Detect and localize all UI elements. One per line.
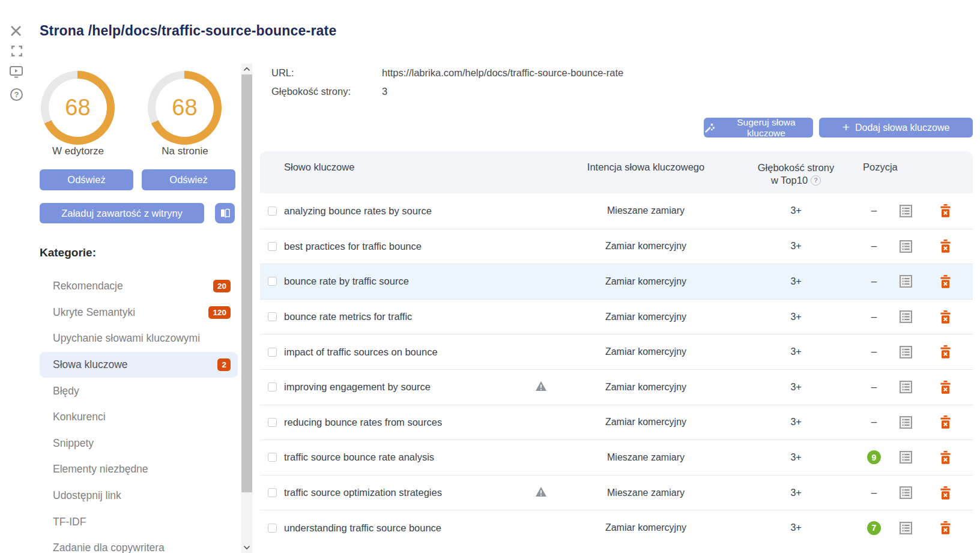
suggest-keywords-button[interactable]: Sugeruj słowa kluczowe	[704, 118, 813, 137]
keyword-intent: Zamiar komercyjny	[554, 522, 737, 533]
serp-details-icon[interactable]	[900, 486, 912, 499]
category-label: Elementy niezbędne	[53, 463, 232, 476]
delete-keyword-icon[interactable]	[940, 240, 951, 253]
position-rank-badge: 7	[867, 521, 881, 535]
help-icon[interactable]: ?	[10, 88, 23, 101]
category-badge: 120	[208, 306, 231, 319]
category-item[interactable]: Konkurenci	[40, 404, 238, 431]
panel-scrollbar[interactable]	[241, 64, 252, 553]
category-label: Udostępnij link	[53, 489, 232, 502]
column-header-position: Pozycja	[854, 151, 918, 173]
delete-keyword-icon[interactable]	[940, 381, 951, 394]
keyword-text: bounce rate metrics for traffic	[284, 311, 527, 322]
delete-keyword-icon[interactable]	[940, 204, 951, 217]
add-keywords-button[interactable]: + Dodaj słowa kluczowe	[819, 118, 973, 137]
score-value-onpage: 68	[148, 71, 222, 145]
category-item[interactable]: Elementy niezbędne	[40, 456, 238, 483]
scroll-down-arrow[interactable]	[241, 542, 252, 553]
serp-details-icon[interactable]	[900, 310, 912, 323]
row-checkbox[interactable]	[268, 312, 277, 321]
keyword-intent: Zamiar komercyjny	[554, 312, 737, 322]
keywords-table: Słowo kluczowe Intencja słowa kluczowego…	[260, 151, 973, 545]
keyword-intent: Zamiar komercyjny	[554, 276, 737, 287]
row-checkbox[interactable]	[268, 453, 277, 462]
row-checkbox[interactable]	[268, 382, 277, 391]
serp-details-icon[interactable]	[900, 275, 912, 288]
scroll-up-arrow[interactable]	[241, 64, 252, 74]
category-item[interactable]: Udostępnij link	[40, 483, 238, 509]
refresh-onpage-button[interactable]: Odśwież	[142, 169, 235, 190]
category-label: Rekomendacje	[53, 280, 213, 292]
serp-details-icon[interactable]	[900, 381, 912, 393]
row-checkbox[interactable]	[268, 418, 277, 427]
serp-details-icon[interactable]	[900, 240, 912, 253]
table-row: reducing bounce rates from sources Zamia…	[260, 405, 973, 440]
keyword-position: –	[854, 311, 894, 323]
category-item[interactable]: Rekomendacje 20	[40, 273, 238, 300]
keyword-position: 7	[854, 521, 894, 535]
keyword-intent: Zamiar komercyjny	[554, 241, 737, 252]
row-checkbox[interactable]	[268, 524, 277, 533]
category-item[interactable]: Upychanie słowami kluczowymi	[40, 325, 238, 352]
keyword-position: –	[854, 416, 894, 428]
category-label: Błędy	[53, 385, 232, 397]
depth-value: 3	[382, 86, 387, 97]
row-checkbox[interactable]	[268, 488, 277, 497]
category-item[interactable]: Ukryte Semantyki 120	[40, 300, 238, 326]
keyword-depth: 3+	[737, 488, 854, 498]
keyword-text: understanding traffic source bounce	[284, 522, 527, 534]
serp-details-icon[interactable]	[900, 416, 912, 429]
compare-content-button[interactable]	[215, 203, 235, 223]
delete-keyword-icon[interactable]	[940, 521, 951, 534]
serp-details-icon[interactable]	[900, 522, 912, 534]
delete-keyword-icon[interactable]	[940, 310, 951, 324]
category-item[interactable]: Błędy	[40, 378, 238, 404]
close-icon[interactable]	[10, 25, 22, 39]
score-value-editor: 68	[41, 71, 115, 145]
refresh-editor-button[interactable]: Odśwież	[40, 169, 133, 190]
category-item[interactable]: TF-IDF	[40, 509, 238, 535]
serp-details-icon[interactable]	[900, 451, 912, 464]
column-header-depth-line2: w Top10	[771, 174, 808, 187]
keyword-depth: 3+	[737, 382, 854, 393]
fullscreen-icon-glyph	[11, 46, 22, 56]
fullscreen-icon[interactable]	[11, 46, 22, 58]
column-header-depth-line1: Głębokość strony	[737, 162, 854, 174]
table-row: bounce rate metrics for traffic Zamiar k…	[260, 299, 973, 334]
row-checkbox[interactable]	[268, 242, 277, 251]
scrollbar-thumb[interactable]	[241, 74, 252, 492]
category-item[interactable]: Słowa kluczowe 2	[40, 352, 238, 378]
url-label: URL:	[271, 67, 294, 79]
keyword-text: traffic source bounce rate analysis	[284, 452, 527, 463]
keyword-position: –	[854, 346, 894, 358]
gauge-label-editor: W edytorze	[30, 145, 126, 157]
keyword-depth: 3+	[737, 205, 854, 216]
delete-keyword-icon[interactable]	[940, 275, 951, 288]
serp-details-icon[interactable]	[900, 205, 912, 217]
delete-keyword-icon[interactable]	[940, 345, 951, 358]
load-content-button[interactable]: Załaduj zawartość z witryny	[40, 203, 204, 223]
depth-help-icon[interactable]: ?	[811, 175, 821, 186]
serp-details-icon[interactable]	[900, 346, 912, 358]
table-row: traffic source bounce rate analysis Mies…	[260, 440, 973, 475]
table-row: traffic source optimization strategies M…	[260, 475, 973, 510]
category-item[interactable]: Zadanie dla copywritera	[40, 535, 238, 553]
delete-keyword-icon[interactable]	[940, 451, 951, 464]
row-checkbox[interactable]	[268, 348, 277, 357]
table-row: improving engagement by source Zamiar ko…	[260, 369, 973, 405]
row-checkbox[interactable]	[268, 207, 277, 216]
keyword-position: –	[854, 487, 894, 499]
suggest-keywords-label: Sugeruj słowa kluczowe	[719, 117, 813, 139]
keyword-intent: Mieszane zamiary	[554, 488, 737, 498]
video-tutorial-icon[interactable]	[10, 66, 23, 80]
delete-keyword-icon[interactable]	[940, 416, 951, 429]
delete-keyword-icon[interactable]	[940, 486, 951, 500]
row-checkbox[interactable]	[268, 277, 277, 286]
page-title: Strona /help/docs/traffic-source-bounce-…	[40, 23, 336, 39]
category-list: Rekomendacje 20 Ukryte Semantyki 120 Upy…	[40, 273, 238, 553]
gauge-label-onpage: Na stronie	[137, 145, 233, 157]
category-label: Słowa kluczowe	[53, 358, 217, 371]
keyword-text: impact of traffic sources on bounce	[284, 346, 527, 358]
category-item[interactable]: Snippety	[40, 431, 238, 457]
add-keywords-label: Dodaj słowa kluczowe	[855, 122, 949, 133]
